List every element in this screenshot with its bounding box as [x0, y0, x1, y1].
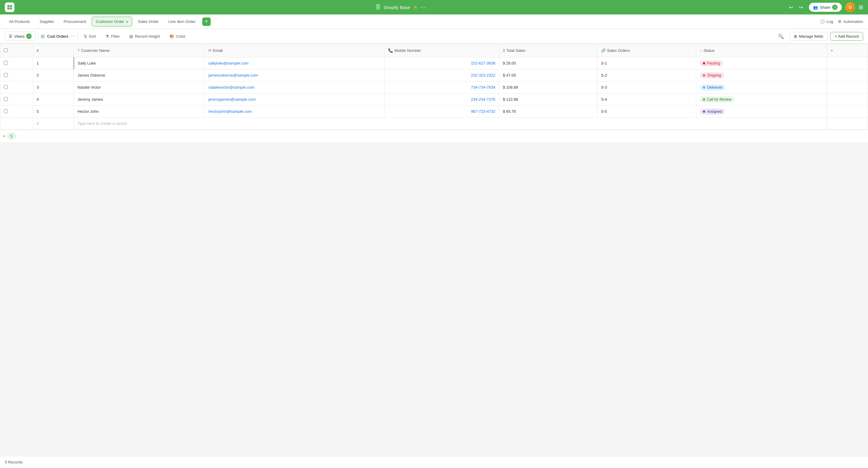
record-count-badge: 5	[7, 133, 16, 139]
share-button[interactable]: 👥 Share 2	[809, 3, 842, 12]
more-dots-icon[interactable]: ⋯	[420, 4, 426, 10]
app-title: Shopify Base	[383, 5, 410, 10]
filter-button[interactable]: ⚗ Filter	[102, 32, 123, 40]
record-height-button[interactable]: ▤ Record Height	[126, 32, 163, 40]
status-badge-4: Call for Review	[700, 96, 735, 103]
phone-link-3[interactable]: 734-734-7834	[388, 85, 495, 90]
view-name: Cust Orders	[47, 34, 68, 38]
row-checkbox-5[interactable]	[0, 106, 33, 118]
link-col-icon: 🔗	[601, 48, 606, 53]
col-checkbox[interactable]	[0, 44, 33, 57]
col-row-num: #	[33, 44, 74, 57]
tab-sales-order[interactable]: Sales Order	[133, 17, 163, 26]
table-row: 3 Natalie Victor natalievictor@sample.co…	[0, 81, 868, 93]
toolbar-divider-1	[38, 33, 38, 40]
row-mobile-2[interactable]: 232-323-2322	[384, 69, 499, 81]
phone-link-2[interactable]: 232-323-2322	[388, 73, 495, 78]
col-header-status[interactable]: ○ Status	[696, 44, 827, 57]
tab-line-item-order[interactable]: Line Item Order	[164, 17, 200, 26]
row-total-sales-5: $ 65.76	[499, 106, 597, 118]
col-header-mobile[interactable]: 📞 Mobile Number	[384, 44, 499, 57]
row-num-1: 1	[33, 57, 74, 69]
row-email-1[interactable]: sallyluke@sample.com	[205, 57, 384, 69]
row-mobile-3[interactable]: 734-734-7834	[384, 81, 499, 93]
add-tab-button[interactable]: +	[202, 18, 211, 26]
row-status-1: Packing	[696, 57, 827, 69]
create-record-row[interactable]: 6 Type here to create a record	[0, 118, 868, 130]
row-select-2[interactable]	[4, 73, 8, 77]
grid-apps-icon[interactable]: ⊞	[859, 4, 863, 10]
phone-link-1[interactable]: 152-627-3838	[388, 61, 495, 65]
row-customer-name-5[interactable]: Hector John	[74, 106, 205, 118]
select-all-checkbox[interactable]	[4, 48, 8, 52]
tab-supplier[interactable]: Supplier	[35, 17, 58, 26]
row-customer-name-1[interactable]: Sally Luke	[74, 57, 205, 69]
currency-col-icon: $	[503, 48, 505, 53]
row-select-1[interactable]	[4, 61, 8, 65]
col-header-customer-name[interactable]: T Customer Name	[74, 44, 205, 57]
email-link-1[interactable]: sallyluke@sample.com	[208, 61, 248, 65]
tab-procurement[interactable]: Procurement	[59, 17, 90, 26]
log-action[interactable]: 🕐 Log	[820, 19, 833, 24]
top-bar-center: 🗄 Shopify Base 🔒 ⋯	[375, 4, 425, 10]
email-link-2[interactable]: jamesosborne@sample.com	[208, 73, 258, 78]
search-button[interactable]: 🔍	[775, 32, 787, 41]
tab-bar-actions: 🕐 Log ⚙ Automation	[820, 19, 863, 24]
row-select-5[interactable]	[4, 109, 8, 113]
phone-link-5[interactable]: 987-723-4732	[388, 109, 495, 114]
redo-button[interactable]: ↪	[797, 3, 805, 11]
undo-button[interactable]: ↩	[786, 3, 795, 11]
create-row-placeholder[interactable]: Type here to create a record	[74, 118, 827, 130]
col-header-total-sales[interactable]: $ Total Sales	[499, 44, 597, 57]
email-link-3[interactable]: natalievictor@sample.com	[208, 85, 254, 90]
view-name-area: ⊞ Cust Orders ⋯	[41, 33, 75, 39]
toolbar: ☰ Views + ⊞ Cust Orders ⋯ ⇅ Sort ⚗ Filte…	[0, 29, 868, 44]
views-button[interactable]: ☰ Views +	[5, 31, 36, 41]
phone-link-4[interactable]: 234-234-7376	[388, 97, 495, 101]
row-checkbox-2[interactable]	[0, 69, 33, 81]
view-more-icon[interactable]: ⋯	[71, 34, 75, 38]
row-customer-name-3[interactable]: Natalie Victor	[74, 81, 205, 93]
status-dot-2	[703, 74, 705, 77]
row-customer-name-2[interactable]: James Osborne	[74, 69, 205, 81]
row-checkbox-4[interactable]	[0, 93, 33, 106]
row-mobile-5[interactable]: 987-723-4732	[384, 106, 499, 118]
automation-action[interactable]: ⚙ Automation	[838, 19, 863, 24]
row-email-3[interactable]: natalievictor@sample.com	[205, 81, 384, 93]
status-badge-1: Packing	[700, 60, 723, 66]
add-row-button[interactable]: + 5	[0, 131, 19, 141]
col-header-sales-orders[interactable]: 🔗 Sales Orders	[597, 44, 696, 57]
col-header-email[interactable]: ✉ Email	[205, 44, 384, 57]
avatar[interactable]: U	[845, 2, 855, 12]
row-select-4[interactable]	[4, 97, 8, 101]
list-icon: ☰	[9, 34, 12, 38]
svg-rect-2	[7, 7, 10, 10]
email-link-4[interactable]: jeremyjames@sample.com	[208, 97, 255, 101]
top-bar: 🗄 Shopify Base 🔒 ⋯ ↩ ↪ 👥 Share 2 U ⊞	[0, 0, 868, 14]
col-add-field[interactable]: +	[827, 44, 868, 57]
row-customer-name-4[interactable]: Jeremy James	[74, 93, 205, 106]
share-label: Share	[820, 5, 830, 10]
log-icon: 🕐	[820, 19, 825, 24]
create-row-num: 6	[33, 118, 74, 130]
row-email-4[interactable]: jeremyjames@sample.com	[205, 93, 384, 106]
row-email-5[interactable]: hectorjohn@sample.com	[205, 106, 384, 118]
tab-bar: All Products Supplier Procurement Custom…	[0, 14, 868, 29]
row-checkbox-3[interactable]	[0, 81, 33, 93]
app-logo	[5, 2, 14, 12]
tab-customer-order[interactable]: Customer Order ▾	[92, 17, 133, 27]
row-mobile-1[interactable]: 152-627-3838	[384, 57, 499, 69]
sort-button[interactable]: ⇅ Sort	[80, 32, 100, 40]
add-record-button[interactable]: + Add Record	[830, 32, 863, 41]
row-mobile-4[interactable]: 234-234-7376	[384, 93, 499, 106]
row-checkbox-1[interactable]	[0, 57, 33, 69]
row-email-2[interactable]: jamesosborne@sample.com	[205, 69, 384, 81]
table-header-row: # T Customer Name ✉ Email 📞	[0, 44, 868, 57]
row-select-3[interactable]	[4, 85, 8, 89]
undo-redo-group: ↩ ↪	[786, 3, 805, 11]
status-col-icon: ○	[700, 48, 702, 53]
manage-fields-button[interactable]: ⊞ Manage fields	[789, 32, 828, 41]
color-button[interactable]: 🎨 Color	[166, 32, 189, 40]
email-link-5[interactable]: hectorjohn@sample.com	[208, 109, 252, 114]
tab-all-products[interactable]: All Products	[5, 17, 34, 26]
